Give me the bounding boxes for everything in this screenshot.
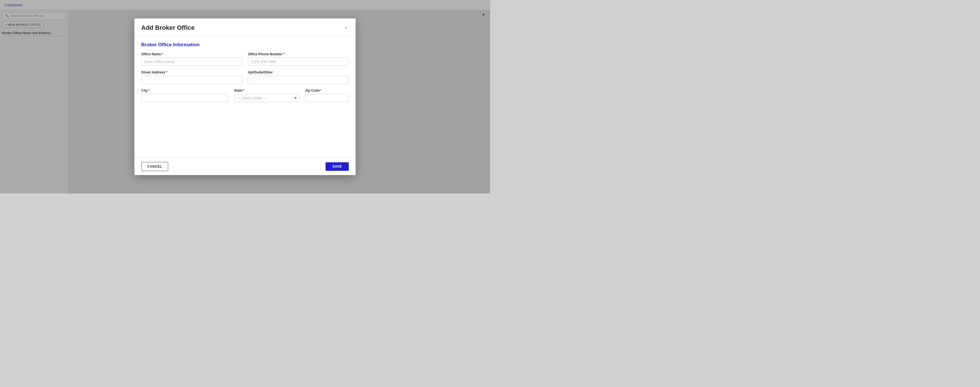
- form-row-city-state-zip: City* State* --- Select State --- Alabam…: [141, 89, 349, 102]
- section-title-broker-info: Broker Office Information: [141, 42, 349, 48]
- modal-close-button[interactable]: ×: [344, 25, 349, 30]
- apt-suite-label: Apt/Suite/Other: [248, 70, 349, 74]
- state-label: State*: [234, 89, 300, 92]
- city-label: City*: [141, 89, 229, 92]
- apt-suite-input[interactable]: [248, 76, 349, 84]
- street-address-required: *: [166, 70, 167, 74]
- modal-body: Broker Office Information Office Name* O…: [134, 36, 356, 158]
- zip-label: Zip Code*: [305, 89, 349, 92]
- city-required: *: [148, 89, 150, 92]
- form-group-office-name: Office Name*: [141, 52, 242, 66]
- form-group-office-phone: Office Phone Number*: [248, 52, 349, 66]
- office-phone-label: Office Phone Number*: [248, 52, 349, 56]
- zip-input[interactable]: [305, 94, 349, 102]
- office-phone-required: *: [283, 52, 285, 56]
- state-select[interactable]: --- Select State --- Alabama Alaska Ariz…: [234, 94, 300, 102]
- empty-area: [141, 107, 349, 152]
- add-broker-office-modal: Add Broker Office × Broker Office Inform…: [134, 18, 356, 175]
- form-row-name-phone: Office Name* Office Phone Number*: [141, 52, 349, 66]
- modal-header: Add Broker Office ×: [134, 18, 356, 36]
- form-row-street-apt: Street Address* Apt/Suite/Other: [141, 70, 349, 84]
- form-group-state: State* --- Select State --- Alabama Alas…: [234, 89, 300, 102]
- office-phone-input[interactable]: [248, 57, 349, 66]
- cancel-button[interactable]: CANCEL: [141, 162, 168, 171]
- form-group-apt-suite: Apt/Suite/Other: [248, 70, 349, 84]
- city-input[interactable]: [141, 94, 229, 102]
- modal-title: Add Broker Office: [141, 24, 194, 32]
- street-address-input[interactable]: [141, 76, 242, 84]
- save-button[interactable]: SAVE: [326, 162, 349, 171]
- modal-footer: CANCEL SAVE: [134, 158, 356, 175]
- state-required: *: [243, 89, 245, 92]
- form-group-zip: Zip Code*: [305, 89, 349, 102]
- form-group-street-address: Street Address*: [141, 70, 242, 84]
- office-name-input[interactable]: [141, 57, 242, 66]
- zip-required: *: [320, 89, 322, 92]
- office-name-required: *: [162, 52, 163, 56]
- form-group-city: City*: [141, 89, 229, 102]
- office-name-label: Office Name*: [141, 52, 242, 56]
- street-address-label: Street Address*: [141, 70, 242, 74]
